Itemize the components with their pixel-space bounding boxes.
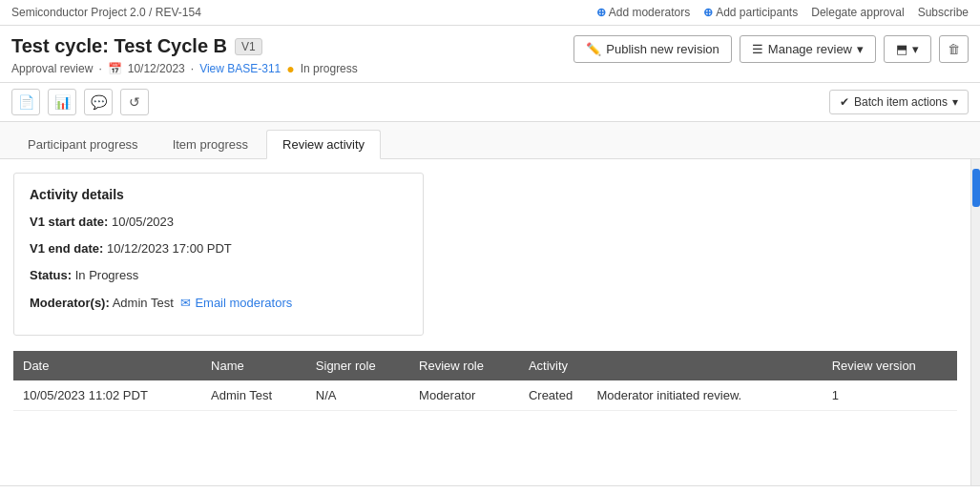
activity-details-card: Activity details V1 start date: 10/05/20… (13, 173, 424, 336)
export-button[interactable]: ⬒ ▾ (884, 35, 931, 63)
view-document-button[interactable]: 📄 (11, 89, 40, 115)
col-review-version: Review version (823, 351, 957, 380)
toolbar-left: 📄 📊 💬 ↺ (11, 89, 149, 115)
table-header-row: Date Name Signer role Review role Activi… (13, 351, 957, 380)
chevron-down-icon: ▾ (857, 42, 864, 56)
refresh-icon: ↺ (129, 94, 140, 110)
email-icon: ✉ (180, 295, 191, 312)
cell-activity: Created Moderator initiated review. (519, 380, 823, 411)
status-label: Status: (30, 268, 72, 282)
status-field: Status: In Progress (30, 267, 407, 284)
pagination-row: ⏮ ❮ Page of 1 ❯ ⏭ Show: 20 50 100 Displa… (0, 485, 980, 493)
scrollbar[interactable] (970, 159, 980, 485)
v1-end-value: 10/12/2023 17:00 PDT (107, 241, 232, 256)
moderators-label: Moderator(s): (30, 296, 110, 310)
meta-separator-2: · (191, 62, 194, 75)
header-title: Test cycle: Test Cycle B V1 (11, 35, 358, 57)
v1-start-field: V1 start date: 10/05/2023 (30, 214, 407, 231)
meta-separator-1: · (98, 62, 101, 75)
cell-review-role: Moderator (409, 380, 519, 411)
plus-icon-2: ⊕ (703, 6, 713, 19)
breadcrumb-project: Semiconductor Project 2.0 (11, 6, 146, 19)
add-moderators-link[interactable]: ⊕Add moderators (596, 6, 690, 19)
top-bar-actions: ⊕Add moderators ⊕Add participants Delega… (596, 6, 969, 19)
status-text: In progress (301, 62, 358, 75)
comment-icon: 💬 (91, 94, 107, 110)
activity-table: Date Name Signer role Review role Activi… (13, 351, 957, 411)
cell-date: 10/05/2023 11:02 PDT (13, 380, 201, 411)
header-left: Test cycle: Test Cycle B V1 Approval rev… (11, 35, 358, 76)
check-icon: ✔ (840, 95, 849, 109)
col-signer-role: Signer role (306, 351, 409, 380)
chevron-down-icon-2: ▾ (912, 42, 919, 56)
header-right: ✏️ Publish new revision ☰ Manage review … (573, 35, 969, 63)
meta-type: Approval review (11, 62, 93, 75)
tab-review-activity[interactable]: Review activity (266, 130, 381, 159)
manage-review-button[interactable]: ☰ Manage review ▾ (740, 35, 876, 63)
col-date: Date (13, 351, 201, 380)
main-content: Activity details V1 start date: 10/05/20… (0, 159, 980, 485)
breadcrumb: Semiconductor Project 2.0 / REV-154 (11, 6, 201, 19)
col-name: Name (201, 351, 306, 380)
chart-icon: 📊 (54, 94, 71, 110)
table-row: 10/05/2023 11:02 PDT Admin Test N/A Mode… (13, 380, 957, 411)
add-participants-link[interactable]: ⊕Add participants (703, 6, 798, 19)
top-bar: Semiconductor Project 2.0 / REV-154 ⊕Add… (0, 0, 980, 26)
delegate-approval-link[interactable]: Delegate approval (811, 6, 904, 19)
activity-details-heading: Activity details (30, 187, 407, 202)
meta-date: 10/12/2023 (128, 62, 185, 75)
status-value: In Progress (75, 268, 138, 282)
breadcrumb-rev: REV-154 (156, 6, 201, 19)
header-area: Test cycle: Test Cycle B V1 Approval rev… (0, 26, 980, 83)
v1-end-label: V1 end date: (30, 241, 103, 256)
cell-name: Admin Test (201, 380, 306, 411)
breadcrumb-separator: / (149, 6, 152, 19)
email-moderators-link[interactable]: ✉ Email moderators (180, 295, 292, 312)
content-area: Activity details V1 start date: 10/05/20… (0, 159, 970, 485)
batch-item-actions-button[interactable]: ✔ Batch item actions ▾ (829, 90, 969, 114)
cell-signer-role: N/A (306, 380, 409, 411)
trash-icon: 🗑 (948, 42, 960, 56)
list-icon: ☰ (752, 42, 763, 56)
refresh-button[interactable]: ↺ (120, 89, 149, 115)
calendar-icon: 📅 (108, 62, 122, 75)
chevron-down-icon-3: ▾ (952, 95, 958, 109)
col-activity: Activity (519, 351, 823, 380)
plus-icon: ⊕ (596, 6, 606, 19)
v1-start-value: 10/05/2023 (112, 215, 174, 229)
status-dot: ● (286, 61, 294, 76)
scroll-thumb (972, 169, 980, 207)
toolbar-right: ✔ Batch item actions ▾ (829, 90, 969, 114)
v1-start-label: V1 start date: (30, 215, 108, 229)
tab-item-progress[interactable]: Item progress (156, 130, 264, 158)
v1-end-field: V1 end date: 10/12/2023 17:00 PDT (30, 240, 407, 257)
subscribe-link[interactable]: Subscribe (918, 6, 969, 19)
tabs-row: Participant progress Item progress Revie… (0, 122, 980, 159)
version-badge: V1 (235, 38, 262, 55)
view-chart-button[interactable]: 📊 (48, 89, 76, 115)
moderators-value: Admin Test (113, 296, 174, 310)
toolbar-row: 📄 📊 💬 ↺ ✔ Batch item actions ▾ (0, 83, 980, 122)
col-review-role: Review role (409, 351, 519, 380)
export-icon: ⬒ (896, 42, 907, 56)
cell-review-version: 1 (823, 380, 957, 411)
view-base-link[interactable]: View BASE-311 (199, 62, 281, 75)
delete-button[interactable]: 🗑 (939, 35, 969, 63)
page-title: Test cycle: Test Cycle B (11, 35, 227, 57)
document-icon: 📄 (18, 94, 34, 110)
publish-new-revision-button[interactable]: ✏️ Publish new revision (573, 35, 732, 63)
view-comment-button[interactable]: 💬 (84, 89, 113, 115)
header-meta: Approval review · 📅 10/12/2023 · View BA… (11, 61, 358, 76)
tab-participant-progress[interactable]: Participant progress (11, 130, 155, 158)
pencil-icon: ✏️ (586, 42, 601, 56)
moderators-field: Moderator(s): Admin Test ✉ Email moderat… (30, 295, 407, 312)
